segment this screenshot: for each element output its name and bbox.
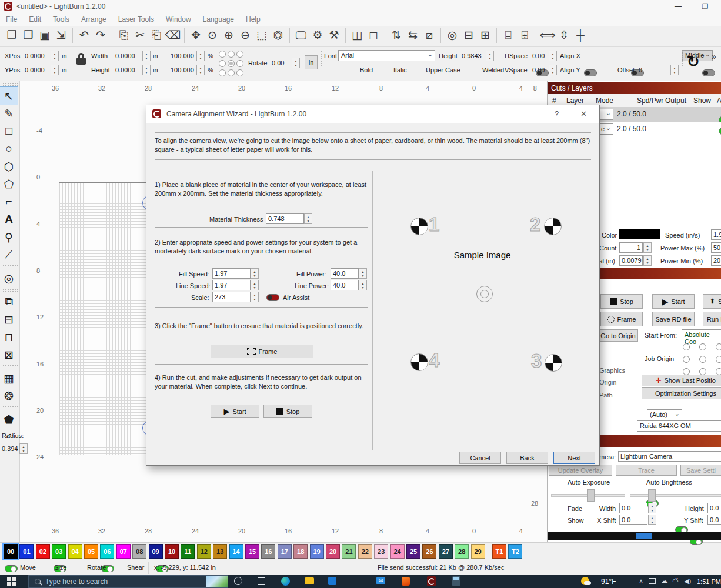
dialog-cancel-button[interactable]: Cancel — [459, 452, 501, 464]
palette-color-29[interactable]: 29 — [471, 544, 485, 559]
lightburn-taskbar-icon[interactable] — [427, 576, 436, 586]
edge-icon[interactable] — [281, 577, 290, 586]
job-origin-radio-0-1[interactable] — [699, 343, 706, 350]
palette-color-02[interactable]: 02 — [36, 544, 50, 559]
palette-color-28[interactable]: 28 — [455, 544, 469, 559]
move-to-position-icon[interactable]: ┼ — [572, 26, 589, 44]
dialog-help-button[interactable]: ? — [555, 109, 559, 118]
palette-color-18[interactable]: 18 — [293, 544, 308, 559]
unit-button[interactable]: in — [305, 55, 318, 69]
boolean-intersect-tool[interactable]: ⊓ — [0, 328, 18, 346]
anchor-dot-1-2[interactable] — [236, 60, 243, 67]
scale-spinner[interactable] — [251, 292, 259, 302]
distribute-h-icon[interactable]: ⌸ — [500, 26, 516, 44]
flip-vertical-icon[interactable]: ⇅ — [388, 26, 405, 44]
fill-power-field[interactable]: 40.0 — [331, 268, 359, 279]
store-icon[interactable] — [328, 577, 336, 585]
air-assist-toggle[interactable] — [266, 294, 279, 301]
height-spinner[interactable] — [142, 65, 151, 75]
fill-speed-field[interactable]: 1.97 — [212, 268, 251, 279]
polygon-tool[interactable]: ⬡ — [0, 158, 18, 175]
pan-icon[interactable]: ✥ — [188, 26, 204, 44]
office-icon[interactable] — [402, 577, 410, 586]
cam-width-value[interactable]: 0.0 — [619, 503, 647, 513]
xshift-spinner[interactable] — [648, 514, 656, 525]
open-file-icon[interactable]: ❒ — [20, 26, 36, 44]
anchor-dot-1-0[interactable] — [219, 60, 226, 67]
anchor-dot-0-1[interactable] — [228, 51, 235, 58]
palette-color-24[interactable]: 24 — [390, 544, 405, 559]
line-power-spinner[interactable] — [359, 280, 367, 290]
cortana-icon[interactable] — [234, 577, 242, 585]
width-pct[interactable]: 100.000 — [171, 52, 194, 59]
anchor-grid[interactable] — [219, 51, 245, 78]
grid-array-tool[interactable]: ▦ — [0, 369, 18, 387]
fill-power-spinner[interactable] — [359, 268, 367, 279]
preview-window-icon[interactable]: 🖵 — [293, 26, 309, 44]
start-button[interactable] — [7, 577, 16, 586]
temperature-reading[interactable]: 91°F — [601, 577, 616, 586]
ellipse-tool[interactable]: ○ — [0, 140, 18, 158]
device-port-combo[interactable]: (Auto) — [647, 409, 682, 420]
palette-color-T1[interactable]: T1 — [492, 544, 506, 559]
palette-color-07[interactable]: 07 — [116, 544, 131, 559]
tray-chevron-icon[interactable]: ∧ — [639, 577, 643, 585]
anchor-dot-0-2[interactable] — [236, 51, 243, 58]
palette-color-21[interactable]: 21 — [342, 544, 356, 559]
ypos-value[interactable]: 0.0000 — [25, 66, 45, 74]
hspace-value[interactable]: 0.00 — [532, 52, 545, 59]
palette-color-09[interactable]: 09 — [149, 544, 163, 559]
file-explorer-icon[interactable] — [305, 577, 314, 584]
palette-color-08[interactable]: 08 — [132, 544, 146, 559]
palette-color-17[interactable]: 17 — [278, 544, 292, 559]
optimization-settings-button[interactable]: Optimization Settings — [642, 387, 721, 399]
palette-color-13[interactable]: 13 — [213, 544, 227, 559]
tray-monitor-icon[interactable] — [649, 578, 656, 584]
edit-nodes-tool[interactable]: ⌐ — [0, 193, 18, 211]
font-combo[interactable]: Arial — [338, 50, 435, 61]
wpct-spinner[interactable] — [196, 51, 205, 61]
palette-color-03[interactable]: 03 — [52, 544, 66, 559]
restore-button[interactable]: ❐ — [696, 2, 714, 11]
palette-color-T2[interactable]: T2 — [508, 544, 522, 559]
width-value[interactable]: 0.0000 — [115, 52, 135, 59]
count-value[interactable]: 1 — [619, 242, 643, 253]
col-output[interactable]: Output — [665, 96, 686, 105]
delete-icon[interactable]: ⌫ — [165, 26, 181, 44]
offset-shapes-tool[interactable]: ◎ — [0, 269, 18, 287]
distribute-v-icon[interactable]: ⌹ — [516, 26, 533, 44]
job-origin-radio-0-2[interactable] — [716, 343, 721, 350]
wifi-icon[interactable]: ◠̈ — [672, 577, 678, 585]
palette-color-16[interactable]: 16 — [261, 544, 275, 559]
font-height-spinner[interactable] — [486, 51, 494, 61]
palette-color-06[interactable]: 06 — [100, 544, 114, 559]
italic-toggle[interactable] — [584, 69, 597, 76]
warp-tool[interactable]: ⬟ — [0, 410, 18, 428]
zoom-preview-icon[interactable]: ⊙ — [204, 26, 221, 44]
line-speed-field[interactable]: 1.97 — [212, 280, 251, 290]
job-origin-radio-0-0[interactable] — [683, 343, 690, 350]
palette-color-23[interactable]: 23 — [374, 544, 388, 559]
palette-color-00[interactable]: 00 — [4, 544, 18, 559]
copy-icon[interactable]: ⎘ — [115, 26, 132, 44]
exposure-slider[interactable] — [551, 494, 625, 497]
focus-target-icon[interactable]: ◎ — [444, 26, 460, 44]
hspace-spinner[interactable] — [549, 51, 557, 61]
brightness-slider-handle[interactable] — [648, 489, 656, 502]
material-thickness-spinner[interactable] — [304, 213, 312, 224]
col-num[interactable]: # — [552, 96, 556, 105]
menu-help[interactable]: Help — [240, 13, 266, 26]
menu-file[interactable]: File — [0, 13, 23, 26]
fill-speed-spinner[interactable] — [251, 268, 259, 279]
interval-value[interactable]: 0.0079 — [619, 255, 643, 266]
xpos-value[interactable]: 0.0000 — [25, 52, 45, 59]
rotate-value[interactable]: 0.00 — [272, 59, 284, 66]
line-speed-spinner[interactable] — [251, 280, 259, 290]
job-origin-radio-1-1[interactable] — [699, 356, 706, 363]
redo-icon[interactable]: ↷ — [92, 26, 109, 44]
same-height-icon[interactable]: ⇳ — [556, 26, 572, 44]
mirror-diagonal-icon[interactable]: ⧄ — [421, 26, 438, 44]
xshift-value[interactable]: 0.0 — [619, 514, 647, 525]
calculator-icon[interactable] — [452, 576, 460, 586]
cut-icon[interactable]: ✂ — [132, 26, 148, 44]
